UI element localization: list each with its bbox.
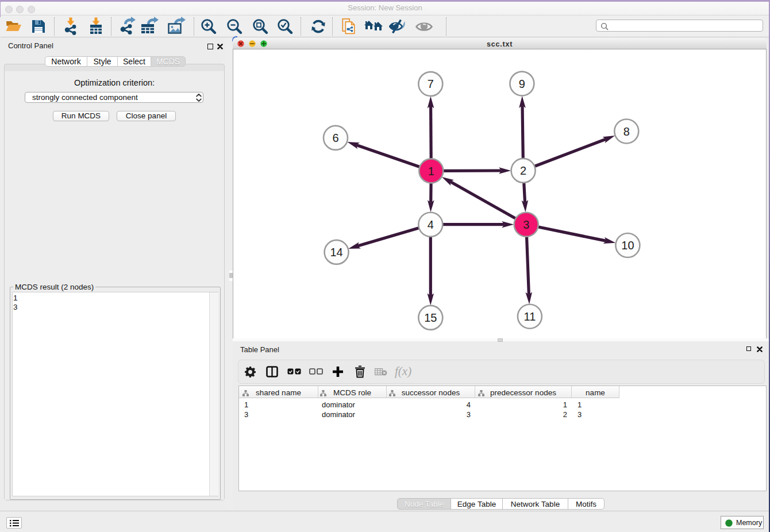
svg-text:3: 3 <box>523 218 529 231</box>
svg-text:2: 2 <box>520 164 526 177</box>
svg-text:6: 6 <box>332 132 338 144</box>
svg-text:11: 11 <box>524 310 536 323</box>
svg-text:8: 8 <box>623 125 630 138</box>
svg-text:1: 1 <box>428 165 434 178</box>
svg-text:10: 10 <box>621 239 634 252</box>
svg-text:4: 4 <box>428 218 434 231</box>
svg-text:14: 14 <box>330 246 342 259</box>
svg-text:15: 15 <box>424 311 437 324</box>
svg-text:7: 7 <box>428 78 434 90</box>
svg-text:9: 9 <box>519 78 525 90</box>
